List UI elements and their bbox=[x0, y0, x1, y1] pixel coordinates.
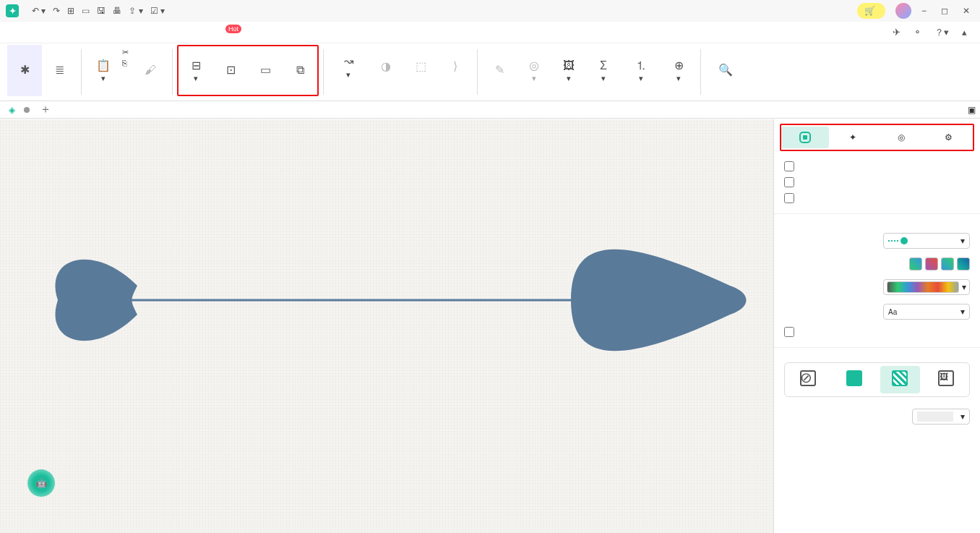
sidebar-tab-settings[interactable]: ⚙ bbox=[925, 127, 973, 148]
share-button[interactable]: ⚬ bbox=[914, 27, 921, 38]
tab-file[interactable] bbox=[13, 31, 22, 34]
bg-texture-select[interactable]: ▾ bbox=[912, 409, 970, 425]
outliner-button[interactable]: ≣ bbox=[42, 45, 77, 96]
help-icon[interactable]: ？▾ bbox=[934, 26, 949, 39]
open-icon[interactable]: ▭ bbox=[82, 6, 90, 16]
relationship-button[interactable]: ↝▾ bbox=[328, 45, 369, 88]
print-icon[interactable]: 🖶 bbox=[113, 6, 121, 16]
doc-tab-1[interactable]: ◈ bbox=[4, 105, 34, 115]
collapse-ribbon-icon[interactable]: ▴ bbox=[962, 27, 967, 38]
tab-view[interactable] bbox=[186, 31, 195, 34]
paste-button[interactable]: 📋▾ bbox=[86, 45, 121, 96]
mindmap-button[interactable]: ✱ bbox=[7, 45, 42, 96]
multiple-topics-button[interactable]: ⧉ bbox=[283, 46, 317, 95]
bg-none-button[interactable]: ⊘ bbox=[788, 366, 828, 393]
minimize-icon[interactable]: − bbox=[921, 6, 927, 16]
boundary-button[interactable]: ⬚ bbox=[403, 45, 438, 88]
subtopic-button[interactable]: ⊡ bbox=[213, 46, 248, 95]
mark-button[interactable]: ◎▾ bbox=[517, 45, 551, 96]
app-logo: ✦ bbox=[6, 4, 19, 17]
more-button[interactable]: ⊕▾ bbox=[661, 45, 696, 96]
share-icon[interactable]: ☑ ▾ bbox=[150, 6, 165, 16]
format-painter-button[interactable]: 🖌 bbox=[133, 45, 168, 96]
branch-swatch-2[interactable] bbox=[925, 257, 938, 270]
cut-button[interactable]: ✂ bbox=[122, 48, 132, 57]
handdrawn-checkbox[interactable] bbox=[784, 324, 970, 340]
menubar: Hot ✈ ⚬ ？▾ ▴ bbox=[0, 22, 980, 43]
tab-ai[interactable]: Hot bbox=[221, 25, 246, 39]
fishbone-diagram bbox=[0, 119, 773, 533]
theme-color-select[interactable]: ▾ bbox=[883, 279, 970, 295]
doc-icon: ◈ bbox=[9, 105, 15, 115]
add-tab-button[interactable]: ＋ bbox=[40, 102, 51, 117]
picture-button[interactable]: 🖼▾ bbox=[551, 45, 586, 96]
alignment-checkbox[interactable] bbox=[784, 158, 970, 174]
topic-overlap-checkbox[interactable] bbox=[784, 190, 970, 206]
svg-point-4 bbox=[901, 237, 908, 244]
bg-texture-button[interactable] bbox=[880, 366, 921, 393]
canvas[interactable]: 🤖 bbox=[0, 119, 773, 533]
titlebar: ✦ ↶ ▾ ↷ ⊞ ▭ 🖫 🖶 ⇪ ▾ ☑ ▾ 🛒 − ◻ ✕ bbox=[0, 0, 980, 22]
branch-swatch-1[interactable] bbox=[909, 257, 922, 270]
branch-swatch-3[interactable] bbox=[941, 257, 954, 270]
chat-button[interactable]: 🤖 bbox=[27, 469, 55, 497]
note-button[interactable]: ✎ bbox=[482, 45, 517, 96]
flexible-float-checkbox[interactable] bbox=[784, 174, 970, 190]
save-icon[interactable]: 🖫 bbox=[97, 6, 106, 16]
bg-image-button[interactable]: 🖼 bbox=[926, 366, 966, 393]
redo-icon[interactable]: ↷ bbox=[53, 6, 60, 16]
ribbon: ✱ ≣ 📋▾ ✂ ⎘ 🖌 ⊟▾ ⊡ ▭ ⧉ ↝▾ ◑ ⬚ bbox=[0, 43, 980, 101]
avatar[interactable] bbox=[895, 3, 911, 19]
formula-button[interactable]: Σ▾ bbox=[586, 45, 621, 96]
numbering-button[interactable]: ⒈▾ bbox=[621, 45, 661, 96]
quick-access-toolbar: ↶ ▾ ↷ ⊞ ▭ 🖫 🖶 ⇪ ▾ ☑ ▾ bbox=[32, 6, 165, 16]
svg-rect-2 bbox=[803, 135, 807, 140]
sidebar-tabs-highlight: ✦ ◎ ⚙ bbox=[780, 124, 974, 151]
floating-topic-button[interactable]: ▭ bbox=[248, 46, 283, 95]
theme-select[interactable]: ▾ bbox=[883, 233, 970, 249]
callout-button[interactable]: ◑ bbox=[369, 45, 403, 88]
copy-button[interactable]: ⎘ bbox=[122, 59, 132, 67]
topic-button[interactable]: ⊟▾ bbox=[179, 46, 213, 95]
trial-banner[interactable]: 🛒 bbox=[857, 3, 885, 19]
close-icon[interactable]: ✕ bbox=[963, 6, 970, 16]
undo-icon[interactable]: ↶ ▾ bbox=[32, 6, 46, 16]
tab-home[interactable] bbox=[48, 31, 56, 34]
sidebar-tab-mark[interactable]: ◎ bbox=[877, 127, 925, 148]
sidebar-tab-layout[interactable] bbox=[781, 127, 829, 148]
doc-tabs: ◈ ＋ ▣ bbox=[0, 101, 980, 119]
window-buttons: − ◻ ✕ bbox=[921, 6, 970, 16]
sidebar-tab-style[interactable]: ✦ bbox=[829, 127, 877, 148]
export-icon[interactable]: ⇪ ▾ bbox=[129, 6, 142, 16]
find-replace-button[interactable]: 🔍 bbox=[705, 45, 746, 96]
unsaved-dot-icon bbox=[24, 107, 30, 113]
tab-slideshow[interactable] bbox=[117, 31, 126, 34]
branch-swatch-4[interactable] bbox=[957, 257, 970, 270]
topic-group-highlight: ⊟▾ ⊡ ▭ ⧉ bbox=[177, 45, 319, 96]
theme-font-select[interactable]: Aa ▾ bbox=[883, 304, 970, 320]
maximize-icon[interactable]: ◻ bbox=[941, 6, 948, 16]
bg-color-button[interactable] bbox=[834, 366, 874, 393]
tab-advanced[interactable] bbox=[152, 31, 160, 34]
tab-page-style[interactable] bbox=[82, 31, 91, 34]
new-icon[interactable]: ⊞ bbox=[67, 6, 74, 16]
panel-toggle-icon[interactable]: ▣ bbox=[968, 105, 976, 115]
summary-button[interactable]: ⟩ bbox=[438, 45, 473, 88]
publish-button[interactable]: ✈ bbox=[893, 27, 901, 38]
sidebar: ✦ ◎ ⚙ ▾ ▾ Aa ▾ bbox=[773, 119, 980, 533]
